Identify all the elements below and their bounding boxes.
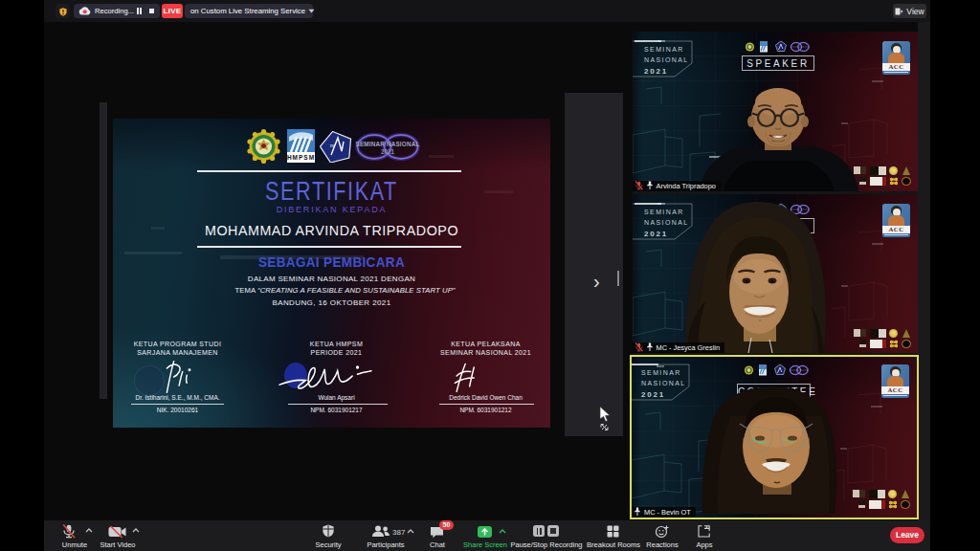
svg-text:SEMINAR NASIONAL: SEMINAR NASIONAL — [356, 141, 420, 147]
svg-text:2021: 2021 — [381, 148, 395, 155]
svg-text:HMPSM: HMPSM — [287, 154, 315, 161]
svg-text:m: m — [330, 143, 334, 148]
